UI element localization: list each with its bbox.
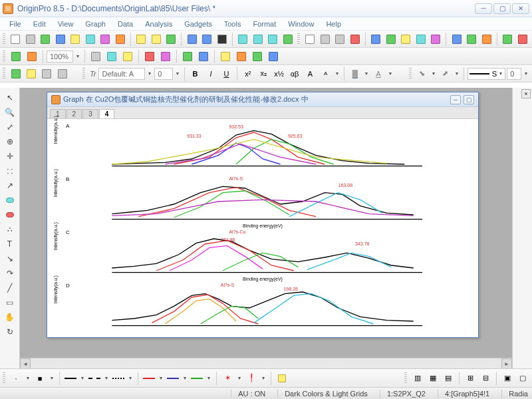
graph-titlebar[interactable]: Graph 在 Cu2O包覆碱式铜盐核壳型催化剂的研制及催化性能-修改2.doc…	[47, 92, 478, 107]
highlight-button[interactable]: A	[371, 66, 385, 81]
duplicate-button[interactable]	[196, 49, 211, 64]
plot-surface-button[interactable]	[450, 32, 464, 47]
toolbar-grip[interactable]	[3, 51, 5, 63]
add-axes-button[interactable]	[40, 66, 54, 81]
reader-tool[interactable]: ⊕	[4, 136, 16, 148]
symbol-dropdown[interactable]: ▾	[25, 375, 31, 381]
toolbar-grip[interactable]	[404, 372, 407, 384]
font-dropdown[interactable]: ▾	[146, 70, 153, 76]
italic-button[interactable]: I	[203, 66, 217, 81]
color-dropdown[interactable]: ▾	[205, 375, 212, 381]
toolbar-grip[interactable]	[297, 33, 300, 45]
symbol-none-button[interactable]: ·	[9, 372, 23, 385]
data-selector-tool[interactable]: ⸬	[4, 165, 16, 177]
color-blue-button[interactable]	[166, 372, 180, 385]
symbol-square-button[interactable]: ■	[33, 372, 47, 385]
symbol-star-button[interactable]: ✶	[221, 372, 234, 385]
menu-format[interactable]: Format	[247, 19, 281, 29]
print-preview-button[interactable]	[104, 49, 119, 64]
rotate-tool[interactable]: ↻	[4, 326, 16, 338]
line-width-dropdown[interactable]: ▾	[523, 70, 529, 76]
import-single-button[interactable]	[251, 32, 265, 47]
graph-minimize-button[interactable]: ─	[450, 95, 461, 104]
plot-scatter-button[interactable]	[318, 32, 332, 47]
new-project-button[interactable]	[9, 32, 23, 47]
open-template-button[interactable]	[149, 32, 163, 47]
line-dropdown[interactable]: ▾	[103, 375, 110, 381]
font-increase-button[interactable]: A	[303, 66, 317, 81]
import-wizard-button[interactable]	[236, 32, 250, 47]
database-button[interactable]	[142, 49, 157, 64]
align-right-button[interactable]: ▤	[442, 372, 455, 385]
extract-button[interactable]	[266, 49, 281, 64]
plot-area[interactable]: A Intensity(a.u.) 932.53 931.33 925.03	[47, 119, 478, 337]
refresh-button[interactable]	[515, 32, 529, 47]
greek-button[interactable]: αβ	[287, 66, 301, 81]
layer-management-button[interactable]	[24, 66, 38, 81]
toolbar-grip[interactable]	[3, 68, 5, 80]
grouped-button[interactable]	[275, 372, 289, 385]
menu-view[interactable]: View	[53, 19, 79, 29]
fill-color-dropdown[interactable]: ▾	[454, 70, 460, 76]
toolbar-grip[interactable]	[409, 68, 412, 80]
reimport-button[interactable]	[281, 32, 295, 47]
save-button[interactable]	[185, 32, 199, 47]
menu-tools[interactable]: Tools	[219, 19, 247, 29]
save-window-button[interactable]	[215, 32, 229, 47]
align-left-button[interactable]: ▥	[411, 372, 424, 385]
plot-3d-button[interactable]	[414, 32, 428, 47]
new-notes-button[interactable]	[98, 32, 112, 47]
plot-line-symbol-button[interactable]	[333, 32, 347, 47]
candlestick-button[interactable]: ╿	[245, 372, 258, 385]
maximize-button[interactable]: ▢	[493, 3, 511, 14]
arrow-tool[interactable]: ↘	[4, 253, 16, 265]
plot-pie-button[interactable]	[399, 32, 413, 47]
candle-dropdown[interactable]: ▾	[260, 375, 267, 381]
text-tool[interactable]: T	[4, 238, 16, 250]
menu-help[interactable]: Help	[321, 19, 346, 29]
merge-button[interactable]	[234, 49, 249, 64]
menu-analysis[interactable]: Analysis	[140, 19, 178, 29]
superscript-button[interactable]: x²	[241, 66, 255, 81]
font-color-dropdown[interactable]: ▾	[364, 70, 370, 76]
font-decrease-button[interactable]: A	[319, 66, 332, 81]
new-function-button[interactable]	[113, 32, 127, 47]
mdi-area[interactable]: Graph 在 Cu2O包覆碱式铜盐核壳型催化剂的研制及催化性能-修改2.doc…	[20, 88, 512, 368]
tab-2[interactable]: 2	[66, 109, 82, 118]
plot-image-button[interactable]	[479, 32, 493, 47]
zoom-combo[interactable]: 100%	[47, 51, 73, 63]
curved-arrow-tool[interactable]: ↷	[4, 267, 16, 279]
data-display-button[interactable]	[158, 49, 173, 64]
graph-maximize-button[interactable]: ▢	[464, 95, 474, 104]
bold-button[interactable]: B	[188, 66, 202, 81]
menu-window[interactable]: Window	[283, 19, 319, 29]
plot-column-button[interactable]	[348, 32, 362, 47]
font-combo[interactable]: Default: A	[98, 68, 145, 80]
new-matrix-button[interactable]	[39, 32, 53, 47]
back-button[interactable]: ▢	[516, 372, 529, 385]
symbol-dropdown[interactable]: ▾	[49, 375, 55, 381]
batch-button[interactable]	[180, 49, 195, 64]
menu-data[interactable]: Data	[112, 19, 138, 29]
exchange-button[interactable]	[55, 66, 69, 81]
toolbar-grip[interactable]	[82, 68, 85, 80]
line-width-combo[interactable]: 0	[507, 68, 521, 80]
print-button[interactable]	[88, 49, 103, 64]
line-dropdown[interactable]: ▾	[79, 375, 86, 381]
plot-wire-button[interactable]	[465, 32, 479, 47]
plot-line-button[interactable]	[303, 32, 317, 47]
color-red-button[interactable]	[142, 372, 156, 385]
zoom-tool[interactable]: 🔍	[4, 106, 16, 118]
unmask-tool[interactable]	[4, 209, 16, 221]
supersubscript-button[interactable]: x½	[272, 66, 286, 81]
star-dropdown[interactable]: ▾	[236, 375, 243, 381]
tab-3[interactable]: 3	[82, 109, 98, 118]
new-graph-button[interactable]	[68, 32, 82, 47]
line-solid-button[interactable]	[64, 372, 77, 385]
font-size-combo[interactable]: 0	[154, 68, 173, 80]
line-tool[interactable]: ╱	[4, 282, 16, 294]
line-color-dropdown[interactable]: ▾	[430, 70, 437, 76]
draw-tool[interactable]: ∴	[4, 223, 16, 235]
close-button[interactable]: ✕	[512, 3, 529, 14]
dock-close-button[interactable]: ×	[521, 89, 531, 98]
